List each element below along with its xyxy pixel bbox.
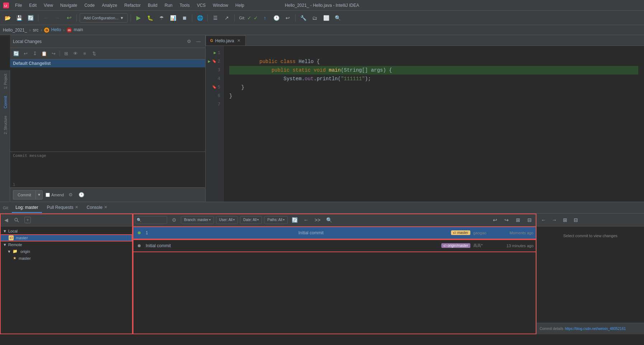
commit-row-1[interactable]: 1 Initial commit 🏷 master gaogao Moments… [133, 226, 536, 239]
commit-settings-btn[interactable]: ⚙ [67, 191, 75, 199]
menu-code[interactable]: Code [81, 2, 98, 9]
commit-details-link[interactable]: https://blog.csdn.net/weixin_48052161 [565, 327, 626, 331]
local-branches-header[interactable]: ▼ Local [0, 228, 132, 234]
amend-label[interactable]: Amend [46, 193, 64, 197]
settings-wrench-btn[interactable]: 🔧 [299, 13, 308, 23]
git-details-split-btn[interactable]: ⊟ [571, 215, 580, 225]
pull-requests-close-icon[interactable]: ✕ [75, 205, 78, 210]
git-log-settings-btn[interactable]: ⚙ [169, 215, 179, 225]
git-details-back-btn[interactable]: ← [539, 215, 548, 225]
run-button[interactable]: ▶ [134, 13, 143, 23]
menu-refactor[interactable]: Refactor [122, 2, 144, 9]
side-project-tab[interactable]: 1: Project [0, 70, 10, 92]
run-coverage-btn[interactable]: ☂ [157, 13, 166, 23]
editor-tab-hello-java[interactable]: G Hello.java ✕ [206, 35, 246, 45]
split-btn[interactable]: ⬜ [321, 13, 331, 23]
menu-window[interactable]: Window [210, 2, 231, 9]
diff-btn[interactable]: 📋 [40, 50, 48, 58]
git-log-redo-btn[interactable]: ↪ [502, 215, 511, 225]
commit-dropdown-button[interactable]: ▼ [36, 190, 43, 200]
project-structure-btn[interactable]: 🗂 [310, 13, 319, 23]
undo-nav-btn[interactable]: ↩ [64, 13, 74, 23]
panel-settings-btn[interactable]: ⚙ [185, 38, 193, 45]
run-arrow-1[interactable]: ▶ [214, 49, 216, 57]
remote-branches-header[interactable]: ▼ Remote [0, 241, 132, 248]
menu-build[interactable]: Build [145, 2, 160, 9]
git-log-layout-btn[interactable]: ⊞ [513, 215, 523, 225]
user-filter-btn[interactable]: User: All ▾ [216, 216, 238, 224]
collapse-btn[interactable]: ⇅ [90, 50, 98, 58]
open-btn[interactable]: 📂 [3, 13, 12, 23]
expand-btn[interactable]: 👁 [71, 50, 79, 58]
tab-close-icon[interactable]: ✕ [236, 38, 241, 43]
breadcrumb-hello[interactable]: G Hello [44, 27, 61, 33]
stop-btn[interactable]: ⏹ [180, 13, 189, 23]
git-log-options-btn[interactable]: ⊟ [525, 215, 534, 225]
menu-analyze[interactable]: Analyze [99, 2, 120, 9]
group-btn[interactable]: ⊞ [62, 50, 70, 58]
master-branch-item[interactable]: 🏷 master [0, 234, 132, 241]
sort-btn[interactable]: ≡ [81, 50, 89, 58]
forward-btn[interactable]: → [53, 13, 62, 23]
commit-button[interactable]: Commit [13, 190, 36, 200]
vcs-list-btn[interactable]: ☰ [211, 13, 220, 23]
run-arrow-2[interactable]: ▶ [208, 57, 211, 66]
tab-pull-requests[interactable]: Pull Requests ✕ [43, 203, 82, 213]
git-undo-btn[interactable]: ↩ [283, 13, 292, 23]
network-btn[interactable]: 🌐 [195, 13, 205, 23]
refresh-changes-btn[interactable]: 🔄 [12, 50, 20, 58]
side-commit-tab[interactable]: Commit [0, 92, 10, 112]
amend-checkbox[interactable] [46, 193, 50, 197]
origin-header[interactable]: ▼ 📁 origin [0, 248, 132, 255]
side-structure-tab[interactable]: 2: Structure [0, 112, 10, 138]
tab-log-master[interactable]: Log: master [12, 203, 42, 213]
menu-edit[interactable]: Edit [26, 2, 39, 9]
menu-run[interactable]: Run [162, 2, 175, 9]
menu-navigate[interactable]: Navigate [57, 2, 80, 9]
panel-minimize-btn[interactable]: — [194, 38, 202, 45]
save-btn[interactable]: 💾 [14, 13, 24, 23]
add-branch-btn[interactable]: + [24, 217, 31, 223]
git-log-undo-btn[interactable]: ↩ [490, 215, 500, 225]
add-configuration-button[interactable]: Add Configuration... ▼ [80, 13, 128, 23]
date-filter-btn[interactable]: Date: All ▾ [240, 216, 262, 224]
branch-search-icon[interactable] [11, 216, 22, 224]
commit-message-input[interactable] [10, 152, 205, 182]
git-push-btn[interactable]: ↑ [260, 13, 269, 23]
code-content[interactable]: public class Hello { public static void … [224, 46, 644, 202]
debug-btn[interactable]: 🐛 [145, 13, 155, 23]
vcs-refresh-btn[interactable]: ↗ [222, 13, 231, 23]
paths-filter-btn[interactable]: Paths: All ▾ [264, 216, 288, 224]
breadcrumb-src[interactable]: src [33, 28, 38, 33]
git-log-back-btn[interactable]: ← [301, 215, 311, 225]
collapse-all-btn[interactable]: ◀ [2, 216, 10, 224]
rollback-btn[interactable]: ↩ [22, 50, 29, 58]
menu-view[interactable]: View [41, 2, 56, 9]
find-btn[interactable]: 🔍 [333, 13, 342, 23]
git-log-search-input[interactable] [135, 216, 167, 224]
commit-row-2[interactable]: Initial commit 🏷 origin/master 高高* 13 mi… [133, 239, 536, 252]
git-details-forward-btn[interactable]: → [550, 215, 559, 225]
menu-help[interactable]: Help [232, 2, 247, 9]
breadcrumb-project[interactable]: Hello_2021_ [3, 28, 27, 33]
branch-filter-btn[interactable]: Branch: master ▾ [181, 216, 214, 224]
back-btn[interactable]: ← [41, 13, 51, 23]
git-clock-btn[interactable]: 🕐 [272, 13, 281, 23]
breadcrumb-main[interactable]: m main [67, 27, 83, 33]
move-btn[interactable]: ↪ [50, 50, 57, 58]
git-log-search-btn[interactable]: 🔍 [324, 215, 334, 225]
default-changelist[interactable]: Default Changelist [10, 59, 205, 67]
git-details-grid-btn[interactable]: ⊞ [560, 215, 570, 225]
console-close-icon[interactable]: ✕ [104, 205, 107, 210]
run-with-profiler-btn[interactable]: 📊 [168, 13, 178, 23]
remote-master-item[interactable]: ★ master [0, 255, 132, 262]
commit-schedule-btn[interactable]: 🕐 [77, 191, 85, 199]
menu-file[interactable]: File [12, 2, 25, 9]
tab-console[interactable]: Console ✕ [83, 203, 111, 213]
git-log-refresh-btn[interactable]: 🔄 [290, 215, 299, 225]
sync-btn[interactable]: 🔄 [26, 13, 35, 23]
menu-tools[interactable]: Tools [177, 2, 193, 9]
git-log-more-btn[interactable]: >> [313, 215, 322, 225]
menu-vcs[interactable]: VCS [194, 2, 209, 9]
shelve-btn[interactable]: ↧ [31, 50, 39, 58]
